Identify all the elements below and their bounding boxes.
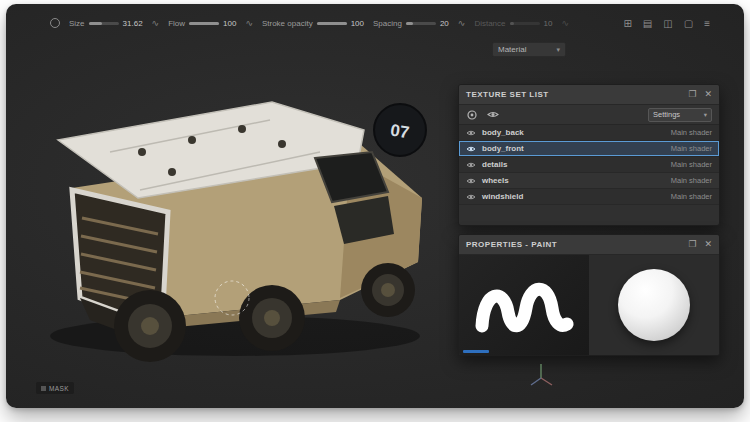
roof-knob [168,168,176,176]
texture-set-toolbar: Settings ▾ [459,105,719,125]
texture-set-name: wheels [482,176,509,185]
roof-knob [188,136,196,144]
brush-alpha-icon[interactable] [50,18,60,28]
slider-value: 10 [544,19,553,28]
texture-set-name: windshield [482,192,523,201]
roof-knob [138,148,146,156]
brush-stroke-preview[interactable] [459,255,589,355]
axis-gizmo [526,360,556,390]
close-icon[interactable]: ✕ [704,240,712,249]
slider-track[interactable] [317,22,347,25]
material-mode-label: Material [498,45,526,54]
frame-icon[interactable]: ▢ [684,18,693,29]
texture-set-row-body-front[interactable]: body_front Main shader [459,141,719,157]
brush-stroke-icon [464,262,584,348]
slider-label: Distance [474,19,505,28]
properties-header[interactable]: PROPERTIES - PAINT ❐ ✕ [459,235,719,255]
slider-value: 20 [440,19,449,28]
texture-set-rows: body_back Main shader body_front Main sh… [459,125,719,205]
chevron-down-icon: ▾ [704,111,707,119]
toolbar-right-icons: ⊞ ▤ ◫ ▢ ≡ [623,12,710,34]
mask-label: MASK [49,385,69,392]
slider-value: 31.62 [123,19,143,28]
slider-label: Size [69,19,85,28]
material-preview-area[interactable] [589,255,719,355]
pressure-curve-icon[interactable]: ∿ [245,18,253,28]
pressure-curve-icon[interactable]: ∿ [458,18,466,28]
split-view-icon[interactable]: ◫ [663,18,672,29]
scroll-indicator[interactable] [463,350,489,353]
wheel-rear [361,263,415,317]
add-layer-icon[interactable]: ⊞ [623,18,631,29]
layers-icon[interactable]: ▤ [643,18,652,29]
shader-label: Main shader [671,128,712,137]
slider-label: Spacing [373,19,402,28]
slider-value: 100 [223,19,236,28]
visibility-icon[interactable] [487,110,499,119]
shader-label: Main shader [671,192,712,201]
menu-icon[interactable]: ≡ [704,18,710,29]
slider-track[interactable] [189,22,219,25]
eye-icon[interactable] [466,177,476,185]
slider-value: 100 [351,19,364,28]
mask-icon [41,386,46,391]
texture-set-list-panel: TEXTURE SET LIST ❐ ✕ Settings ▾ body_bac… [458,84,720,226]
texture-set-name: details [482,160,507,169]
texture-set-name: body_front [482,144,524,153]
properties-paint-panel: PROPERTIES - PAINT ❐ ✕ [458,234,720,356]
distance-slider[interactable]: Distance 10 [474,19,552,28]
shader-label: Main shader [671,176,712,185]
model-number-label: 07 [389,121,410,142]
size-slider[interactable]: Size 31.62 [69,19,143,28]
panel-title: PROPERTIES - PAINT [466,240,680,249]
slider-track[interactable] [510,22,540,25]
material-mode-dropdown[interactable]: Material ▾ [492,42,566,57]
texture-set-row-body-back[interactable]: body_back Main shader [459,125,719,141]
slider-track[interactable] [406,22,436,25]
settings-dropdown[interactable]: Settings ▾ [648,108,712,122]
settings-label: Settings [653,110,680,119]
eye-icon[interactable] [466,161,476,169]
flow-slider[interactable]: Flow 100 [168,19,236,28]
material-filter-icon[interactable] [466,110,478,120]
stroke-opacity-slider[interactable]: Stroke opacity 100 [262,19,364,28]
texture-set-row-windshield[interactable]: windshield Main shader [459,189,719,205]
pressure-curve-icon[interactable]: ∿ [152,18,160,28]
slider-label: Flow [168,19,185,28]
texture-set-row-wheels[interactable]: wheels Main shader [459,173,719,189]
wheel-front [114,290,186,362]
brush-toolbar: Size 31.62 ∿ Flow 100 ∿ Stroke opacity 1… [50,12,569,34]
pressure-curve-icon[interactable]: ∿ [561,18,569,28]
material-sphere-preview[interactable] [618,269,690,341]
chevron-down-icon: ▾ [556,46,560,54]
slider-track[interactable] [89,22,119,25]
shader-label: Main shader [671,144,712,153]
texture-set-row-details[interactable]: details Main shader [459,157,719,173]
close-icon[interactable]: ✕ [704,90,712,99]
float-panel-icon[interactable]: ❐ [688,90,696,99]
eye-icon[interactable] [466,145,476,153]
texture-set-name: body_back [482,128,524,137]
spacing-slider[interactable]: Spacing 20 [373,19,449,28]
float-panel-icon[interactable]: ❐ [688,240,696,249]
panel-title: TEXTURE SET LIST [466,90,680,99]
texture-set-list-header[interactable]: TEXTURE SET LIST ❐ ✕ [459,85,719,105]
slider-label: Stroke opacity [262,19,313,28]
eye-icon[interactable] [466,129,476,137]
properties-content [459,255,719,355]
mask-chip[interactable]: MASK [36,382,74,394]
roof-knob [238,125,246,133]
roof-knob [278,140,286,148]
model-truck: 07 [20,40,460,370]
app-window: Size 31.62 ∿ Flow 100 ∿ Stroke opacity 1… [6,4,744,408]
shader-label: Main shader [671,160,712,169]
eye-icon[interactable] [466,193,476,201]
